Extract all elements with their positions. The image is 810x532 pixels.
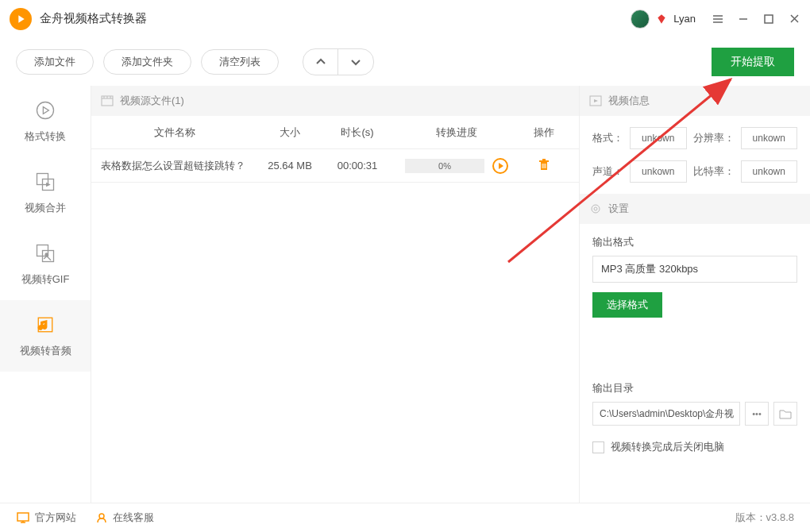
svg-point-11 xyxy=(594,207,597,210)
cell-name: 表格数据怎么设置超链接跳转？ xyxy=(91,159,258,173)
sidebar-item-video-merge[interactable]: 视频合并 xyxy=(0,157,91,229)
add-folder-button[interactable]: 添加文件夹 xyxy=(103,49,191,75)
nav-down-button[interactable] xyxy=(338,49,373,75)
info-pane: 视频信息 格式： unkown 分辨率： unkown 声道： unkown 比… xyxy=(580,86,810,503)
add-file-button[interactable]: 添加文件 xyxy=(16,49,94,75)
checkbox[interactable] xyxy=(592,441,604,453)
label-bitrate: 比特率： xyxy=(693,164,735,179)
avatar xyxy=(631,10,650,29)
nav-buttons xyxy=(303,48,374,75)
menu-icon[interactable] xyxy=(712,13,724,25)
file-pane-title: 视频源文件(1) xyxy=(120,94,184,108)
sidebar-item-video-audio[interactable]: 视频转音频 xyxy=(0,300,91,372)
shutdown-label: 视频转换完成后关闭电脑 xyxy=(611,440,724,454)
info-grid: 格式： unkown 分辨率： unkown 声道： unkown 比特率： u… xyxy=(580,116,810,194)
col-name-header: 文件名称 xyxy=(91,125,258,140)
col-duration-header: 时长(s) xyxy=(322,125,393,140)
cell-progress: 0% xyxy=(393,158,520,174)
value-resolution: unkown xyxy=(741,127,798,149)
online-service-label: 在线客服 xyxy=(113,511,154,525)
col-progress-header: 转换进度 xyxy=(393,125,520,140)
sidebar: 格式转换 视频合并 视频转GIF 视频转音频 xyxy=(0,86,91,503)
label-channels: 声道： xyxy=(592,164,623,179)
settings-body: 输出格式 MP3 高质量 320kbps 选择格式 输出目录 C:\Users\… xyxy=(580,224,810,465)
titlebar: 金舟视频格式转换器 Lyan xyxy=(0,0,810,38)
version: 版本：v3.8.8 xyxy=(735,511,794,525)
sidebar-item-label: 视频转音频 xyxy=(20,344,71,358)
settings-title: 设置 xyxy=(608,202,629,216)
minimize-icon[interactable] xyxy=(737,13,750,25)
video-info-header: 视频信息 xyxy=(580,86,810,116)
sidebar-item-video-gif[interactable]: 视频转GIF xyxy=(0,229,91,300)
folder-button[interactable] xyxy=(773,402,797,426)
app-title: 金舟视频格式转换器 xyxy=(40,11,631,26)
content: 视频源文件(1) 文件名称 大小 时长(s) 转换进度 操作 表格数据怎么设置超… xyxy=(91,86,810,503)
official-site-link[interactable]: 官方网站 xyxy=(16,511,76,525)
online-service-link[interactable]: 在线客服 xyxy=(95,511,154,525)
shutdown-checkbox-row[interactable]: 视频转换完成后关闭电脑 xyxy=(592,440,797,454)
play-icon[interactable] xyxy=(492,158,508,174)
output-format-label: 输出格式 xyxy=(592,235,797,249)
username: Lyan xyxy=(673,13,696,25)
output-dir-label: 输出目录 xyxy=(592,381,797,395)
svg-rect-12 xyxy=(17,513,29,521)
output-dir-value[interactable]: C:\Users\admin\Desktop\金舟视 xyxy=(592,402,740,426)
file-pane-header: 视频源文件(1) xyxy=(91,86,579,116)
footer: 官方网站 在线客服 版本：v3.8.8 xyxy=(0,503,810,532)
delete-button[interactable] xyxy=(520,157,568,174)
svg-rect-0 xyxy=(765,15,773,23)
value-channels: unkown xyxy=(630,160,687,183)
svg-point-1 xyxy=(37,102,54,119)
nav-up-button[interactable] xyxy=(303,49,338,75)
svg-point-13 xyxy=(99,514,104,519)
table-head: 文件名称 大小 时长(s) 转换进度 操作 xyxy=(91,116,579,149)
svg-point-10 xyxy=(592,205,600,213)
user-area[interactable]: Lyan xyxy=(631,10,696,29)
output-format-value[interactable]: MP3 高质量 320kbps xyxy=(592,256,797,283)
choose-format-button[interactable]: 选择格式 xyxy=(592,292,662,318)
cell-size: 25.64 MB xyxy=(258,160,322,172)
file-pane: 视频源文件(1) 文件名称 大小 时长(s) 转换进度 操作 表格数据怎么设置超… xyxy=(91,86,580,503)
value-format: unkown xyxy=(630,127,687,149)
window-controls xyxy=(712,13,800,25)
progress-bar: 0% xyxy=(405,159,484,173)
video-info-title: 视频信息 xyxy=(608,94,650,108)
sidebar-item-label: 视频合并 xyxy=(25,201,66,215)
app-logo xyxy=(10,8,32,30)
more-button[interactable]: ••• xyxy=(745,402,769,426)
clear-list-button[interactable]: 清空列表 xyxy=(201,49,279,75)
table-row[interactable]: 表格数据怎么设置超链接跳转？ 25.64 MB 00:00:31 0% xyxy=(91,149,579,183)
start-extract-button[interactable]: 开始提取 xyxy=(712,48,794,76)
sidebar-item-format-convert[interactable]: 格式转换 xyxy=(0,86,91,157)
value-bitrate: unkown xyxy=(741,160,798,183)
official-site-label: 官方网站 xyxy=(35,511,76,525)
settings-header: 设置 xyxy=(580,194,810,224)
label-resolution: 分辨率： xyxy=(693,131,735,145)
film-icon xyxy=(101,95,114,106)
main: 格式转换 视频合并 视频转GIF 视频转音频 视频源文件(1) 文件名称 大小 … xyxy=(0,86,810,503)
gear-icon xyxy=(589,202,602,215)
maximize-icon[interactable] xyxy=(762,13,775,25)
toolbar: 添加文件 添加文件夹 清空列表 开始提取 xyxy=(0,38,810,86)
diamond-icon xyxy=(656,13,667,25)
sidebar-item-label: 格式转换 xyxy=(25,129,66,144)
col-action-header: 操作 xyxy=(520,125,568,140)
sidebar-item-label: 视频转GIF xyxy=(21,272,70,287)
label-format: 格式： xyxy=(592,131,623,145)
close-icon[interactable] xyxy=(788,13,800,25)
info-icon xyxy=(589,95,602,106)
col-size-header: 大小 xyxy=(258,125,322,140)
cell-duration: 00:00:31 xyxy=(322,160,393,172)
